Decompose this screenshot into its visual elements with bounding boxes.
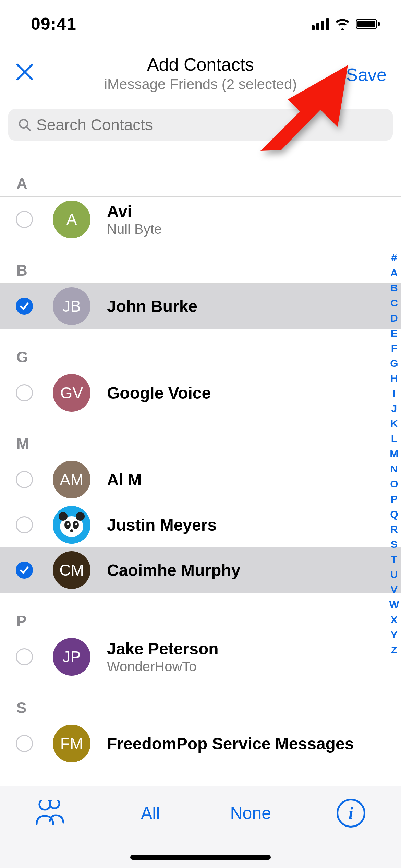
index-letter[interactable]: O xyxy=(390,477,398,492)
contact-row[interactable]: FMFreedomPop Service Messages xyxy=(0,721,401,766)
index-letter[interactable]: U xyxy=(390,567,398,582)
index-letter[interactable]: Z xyxy=(391,642,397,658)
contact-name: Al M xyxy=(107,470,391,489)
contact-row[interactable]: AAviNull Byte xyxy=(0,197,401,242)
row-divider xyxy=(113,415,385,415)
people-icon xyxy=(35,800,65,826)
index-letter[interactable]: E xyxy=(391,326,398,341)
index-letter[interactable]: X xyxy=(391,612,398,627)
index-letter[interactable]: N xyxy=(390,461,398,477)
close-icon xyxy=(15,63,34,81)
contact-name: John Burke xyxy=(107,297,391,316)
svg-point-7 xyxy=(59,512,68,521)
search-input[interactable] xyxy=(36,116,383,134)
contact-row[interactable]: JPJake PetersonWonderHowTo xyxy=(0,634,401,679)
contact-row[interactable]: CMCaoimhe Murphy xyxy=(0,547,401,593)
index-letter[interactable]: M xyxy=(390,446,398,461)
checkbox-checked[interactable] xyxy=(16,298,33,315)
index-letter[interactable]: S xyxy=(391,537,398,552)
contact-name: Avi xyxy=(107,202,391,221)
close-button[interactable] xyxy=(14,62,35,82)
contact-avatar xyxy=(53,506,90,544)
index-letter[interactable]: W xyxy=(389,597,399,612)
index-letter[interactable]: Y xyxy=(391,627,398,642)
contact-text: Justin Meyers xyxy=(107,516,391,534)
checkbox-unchecked[interactable] xyxy=(16,735,33,752)
contact-text: AviNull Byte xyxy=(107,202,391,237)
index-letter[interactable]: Q xyxy=(390,507,398,522)
status-bar: 09:41 xyxy=(0,0,401,48)
checkbox-unchecked[interactable] xyxy=(16,384,33,401)
index-letter[interactable]: D xyxy=(390,311,398,326)
contact-row[interactable]: Justin Meyers xyxy=(0,502,401,547)
contact-list[interactable]: AAAviNull ByteBJBJohn BurkeGGVGoogle Voi… xyxy=(0,150,401,766)
svg-point-8 xyxy=(76,512,85,521)
section-header: G xyxy=(0,329,401,370)
nav-header: Add Contacts iMessage Friends (2 selecte… xyxy=(0,48,401,99)
info-button[interactable]: i xyxy=(324,798,378,829)
index-letter[interactable]: L xyxy=(391,431,397,446)
status-time: 09:41 xyxy=(31,14,76,34)
contact-avatar: GV xyxy=(53,374,90,412)
row-divider xyxy=(113,679,385,679)
contact-text: John Burke xyxy=(107,297,391,316)
contact-row[interactable]: AMAl M xyxy=(0,457,401,502)
contact-name: Jake Peterson xyxy=(107,639,391,658)
checkbox-unchecked[interactable] xyxy=(16,471,33,488)
svg-point-3 xyxy=(20,120,28,128)
row-divider xyxy=(113,766,385,766)
contact-name: Caoimhe Murphy xyxy=(107,561,391,580)
contact-text: FreedomPop Service Messages xyxy=(107,734,391,753)
checkbox-unchecked[interactable] xyxy=(16,211,33,228)
section-header: A xyxy=(0,150,401,197)
search-field[interactable] xyxy=(8,109,393,141)
battery-icon xyxy=(356,18,380,30)
index-letter[interactable]: # xyxy=(391,250,397,265)
checkbox-unchecked[interactable] xyxy=(16,648,33,665)
index-letter[interactable]: K xyxy=(390,416,398,431)
contact-text: Jake PetersonWonderHowTo xyxy=(107,639,391,674)
index-letter[interactable]: G xyxy=(390,356,398,371)
select-none-button[interactable]: None xyxy=(223,798,278,829)
contact-text: Caoimhe Murphy xyxy=(107,561,391,580)
svg-rect-1 xyxy=(357,21,375,27)
contact-avatar: FM xyxy=(53,725,90,762)
index-letter[interactable]: B xyxy=(390,280,398,296)
index-letter[interactable]: A xyxy=(390,265,398,280)
checkbox-checked[interactable] xyxy=(16,562,33,579)
save-button[interactable]: Save xyxy=(346,64,387,85)
index-letter[interactable]: T xyxy=(391,552,397,567)
contacts-groups-button[interactable] xyxy=(23,798,77,829)
checkbox-unchecked[interactable] xyxy=(16,516,33,533)
index-letter[interactable]: R xyxy=(390,522,398,537)
index-letter[interactable]: H xyxy=(390,371,398,386)
search-icon xyxy=(18,118,32,132)
contact-text: Google Voice xyxy=(107,384,391,402)
svg-point-12 xyxy=(75,523,77,525)
svg-point-11 xyxy=(67,523,69,525)
index-letter[interactable]: P xyxy=(391,492,398,507)
index-letter[interactable]: C xyxy=(390,296,398,311)
contact-avatar: A xyxy=(53,201,90,238)
page-subtitle: iMessage Friends (2 selected) xyxy=(0,76,401,93)
section-header: P xyxy=(0,593,401,634)
contact-subtitle: Null Byte xyxy=(107,221,391,237)
info-icon: i xyxy=(337,799,365,828)
contact-avatar: JB xyxy=(53,287,90,325)
contact-avatar: AM xyxy=(53,461,90,498)
contact-name: Google Voice xyxy=(107,384,391,402)
contact-name: FreedomPop Service Messages xyxy=(107,734,391,753)
contact-row[interactable]: GVGoogle Voice xyxy=(0,370,401,415)
contact-row[interactable]: JBJohn Burke xyxy=(0,284,401,329)
index-letter[interactable]: F xyxy=(391,341,397,356)
search-bar-container xyxy=(0,99,401,150)
select-all-button[interactable]: All xyxy=(123,798,178,829)
alphabet-index[interactable]: #ABCDEFGHIJKLMNOPQRSTUVWXYZ xyxy=(389,250,399,658)
page-title: Add Contacts xyxy=(0,54,401,75)
index-letter[interactable]: V xyxy=(391,582,398,597)
index-letter[interactable]: J xyxy=(391,401,397,416)
contact-name: Justin Meyers xyxy=(107,516,391,534)
section-header: M xyxy=(0,415,401,457)
index-letter[interactable]: I xyxy=(393,386,396,401)
contact-avatar: JP xyxy=(53,638,90,676)
